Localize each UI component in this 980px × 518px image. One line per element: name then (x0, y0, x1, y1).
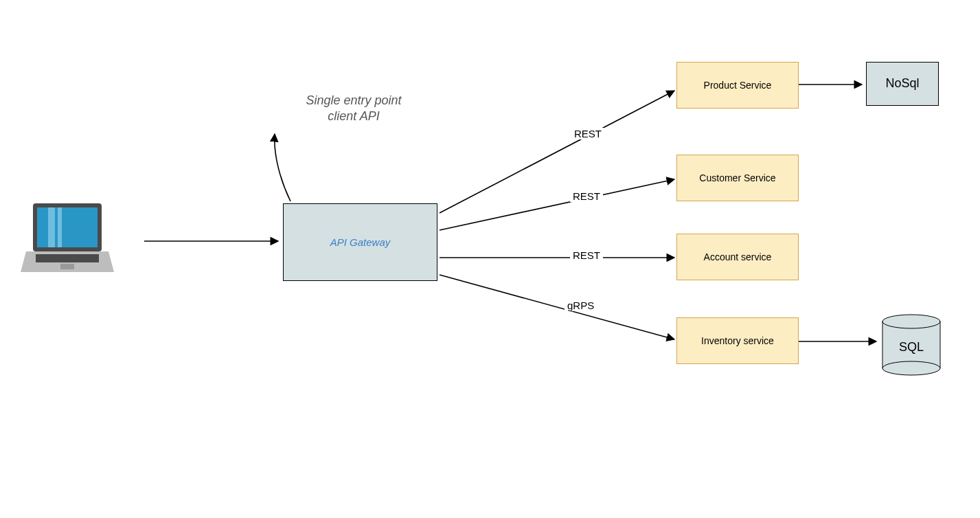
account-service-label: Account service (704, 251, 772, 263)
svg-rect-1 (37, 207, 98, 247)
annotation-text: Single entry point client API (285, 93, 422, 124)
account-service-node: Account service (676, 234, 799, 280)
edge-label-rest-customer: REST (570, 190, 603, 202)
svg-line-11 (440, 275, 674, 339)
edge-label-grps-inventory: gRPS (565, 300, 597, 311)
annotation-line2: client API (328, 109, 379, 123)
svg-rect-0 (33, 203, 102, 251)
sql-node-label: SQL (882, 340, 940, 354)
svg-marker-4 (21, 251, 114, 272)
sql-label: SQL (899, 340, 924, 354)
svg-line-9 (440, 179, 674, 230)
nosql-node: NoSql (866, 62, 939, 106)
api-gateway-node: API Gateway (283, 203, 437, 281)
diagram-svg (0, 0, 980, 518)
svg-rect-3 (58, 207, 62, 247)
edge-label-rest-product: REST (571, 128, 604, 139)
product-service-node: Product Service (676, 62, 799, 109)
svg-line-8 (440, 91, 674, 213)
api-gateway-label: API Gateway (330, 236, 391, 249)
svg-rect-5 (36, 254, 99, 262)
svg-rect-6 (60, 264, 74, 269)
product-service-label: Product Service (704, 79, 772, 91)
annotation-line1: Single entry point (306, 93, 401, 107)
inventory-service-label: Inventory service (701, 335, 774, 347)
nosql-label: NoSql (885, 76, 919, 91)
edge-label-rest-account: REST (570, 249, 603, 261)
customer-service-node: Customer Service (676, 155, 799, 201)
customer-service-label: Customer Service (699, 172, 775, 184)
laptop-icon (21, 203, 114, 272)
svg-point-14 (882, 315, 940, 328)
svg-rect-2 (48, 207, 55, 247)
inventory-service-node: Inventory service (676, 317, 799, 364)
svg-point-18 (882, 361, 940, 375)
